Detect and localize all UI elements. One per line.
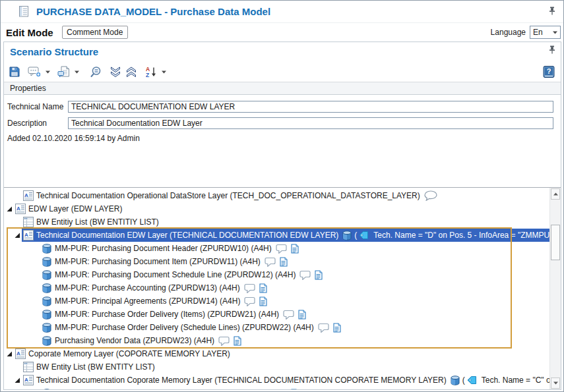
tree-row[interactable]: ACoporate Memory Layer (COPORATE MEMORY … (4, 347, 549, 360)
comment-bubble-icon[interactable] (283, 310, 294, 320)
copy-document-button[interactable] (57, 65, 71, 79)
tree-row[interactable]: Purchasing Vendor Data (ZPURDW23) (A4H) (4, 334, 549, 347)
condition-open: ( (354, 229, 357, 242)
properties-body: Technical Name Description Added 02.10.2… (4, 95, 561, 187)
expander-icon[interactable] (5, 350, 15, 357)
tree-row[interactable]: AEDW Layer (EDW LAYER) (4, 202, 549, 215)
tree-row[interactable]: BW Entitiy List (BW ENTITIY LIST) (4, 215, 549, 229)
tree-row-label: MM-PUR: Purchase Order Delivery (Items) … (55, 308, 279, 321)
tree-row[interactable]: MM-PUR: Purchase Accounting (ZPURDW13) (… (4, 281, 549, 294)
pin-icon[interactable] (549, 6, 555, 18)
document-icon[interactable] (291, 244, 299, 254)
scenario-structure-panel: Scenario Structure AZ ? Pro (3, 42, 561, 390)
tree-row[interactable]: MM-PUR: Principal Agreements (ZPURDW14) … (4, 294, 549, 308)
description-label: Description (7, 119, 68, 128)
tree-row[interactable]: ATechnical Documentation Coporate Memory… (4, 374, 549, 387)
document-icon[interactable] (298, 310, 306, 320)
technical-name-field[interactable] (68, 101, 553, 113)
tree-row[interactable]: BW Entity List (BW ENTITY LIST) (4, 360, 549, 374)
scenario-tree: ATechnical Documentation Operational Dat… (4, 187, 561, 389)
sort-dropdown[interactable] (160, 65, 168, 79)
sort-button[interactable]: AZ (144, 65, 158, 79)
document-icon[interactable] (333, 323, 341, 333)
document-icon[interactable] (234, 336, 241, 346)
double-chevron-up-icon (125, 67, 137, 77)
zoom-button[interactable] (88, 65, 103, 79)
comment-bubble-icon[interactable] (318, 323, 329, 333)
scroll-up-button[interactable] (551, 188, 560, 200)
tree-row[interactable]: ATechnical Documentation Operational Dat… (4, 189, 549, 202)
app-window: PURCHASE DATA_MODEL - Purchase Data Mode… (0, 0, 564, 392)
save-button[interactable] (7, 65, 22, 79)
expander-icon[interactable] (5, 206, 15, 212)
tree-row[interactable]: MM-PUR: Purchase Order Delivery (Items) … (4, 308, 549, 321)
document-icon[interactable] (291, 389, 299, 390)
document-icon[interactable] (259, 283, 267, 293)
expander-icon[interactable] (13, 232, 23, 238)
mode-bar: Edit Mode Comment Mode Language En (1, 23, 563, 42)
added-info: Added 02.10.2020 16:59:14 by Admin (7, 134, 561, 143)
document-icon[interactable] (259, 296, 267, 306)
svg-text:A: A (16, 206, 20, 211)
svg-text:A: A (24, 377, 28, 383)
tree-row[interactable]: MM-PUR: Purchasing Document Header (ZPUR… (4, 242, 549, 255)
tree-row-label: MM-PUR: Principal Agreements (ZPURDW14) … (55, 294, 240, 308)
comment-bubble-icon[interactable] (244, 283, 255, 293)
tree-row[interactable]: MM-PUR: Purchasing Document Schedule Lin… (4, 268, 549, 281)
expand-all-button[interactable] (108, 65, 123, 79)
tree-row[interactable]: ATechnical Documentation EDW Layer (TECH… (4, 229, 549, 242)
vertical-scrollbar[interactable] (549, 188, 561, 389)
tree-row-label: BW Entitiy List (BW ENTITIY LIST) (36, 215, 159, 229)
tree-row[interactable]: MM-PUR: Purchasing Document Header (ZPUR… (4, 387, 549, 389)
data-model-icon (19, 6, 29, 17)
svg-text:?: ? (547, 67, 551, 75)
tag-icon (359, 231, 369, 240)
tree-row-label: MM-PUR: Purchasing Document Header (ZPUR… (55, 387, 272, 389)
infoprovider-icon (42, 336, 52, 346)
language-label: Language (491, 28, 526, 37)
infoprovider-icon (42, 323, 52, 333)
collapse-all-button[interactable] (124, 65, 139, 79)
description-field[interactable] (68, 117, 553, 129)
chevron-down-icon (46, 70, 50, 74)
edit-mode-label: Edit Mode (6, 27, 53, 38)
add-comment-dropdown[interactable] (44, 65, 51, 79)
chevron-down-icon (553, 381, 558, 385)
add-comment-icon (28, 66, 42, 78)
document-icon[interactable] (315, 270, 323, 280)
condition-open: ( (462, 374, 465, 387)
comment-bubble-icon[interactable] (218, 336, 230, 346)
tree-row-label: EDW Layer (EDW LAYER) (28, 202, 122, 215)
tree-row[interactable]: MM-PUR: Purchasing Document Item (ZPURDW… (4, 255, 549, 268)
document-icon[interactable] (280, 257, 288, 267)
panel-title: Scenario Structure (10, 46, 98, 57)
expander-icon[interactable] (13, 377, 23, 383)
pin-icon[interactable] (549, 45, 555, 57)
tree-row-label: Purchasing Vendor Data (ZPURDW23) (A4H) (55, 334, 214, 347)
comment-bubble-icon[interactable] (276, 389, 287, 390)
infoprovider-icon (450, 376, 460, 385)
entity-list-icon (23, 362, 34, 372)
infoprovider-icon (42, 296, 52, 306)
comment-bubble-icon[interactable] (244, 296, 255, 306)
copy-document-dropdown[interactable] (73, 65, 80, 79)
infoarea-icon: A (23, 230, 34, 240)
language-select[interactable]: En (530, 26, 561, 39)
title-bar: PURCHASE DATA_MODEL - Purchase Data Mode… (1, 1, 563, 23)
comment-bubble-icon[interactable] (276, 244, 287, 254)
add-comment-button[interactable] (27, 65, 42, 79)
comment-bubble-icon[interactable] (265, 257, 276, 267)
chevron-down-icon (553, 31, 557, 34)
comment-bubble-icon[interactable] (424, 190, 437, 201)
comment-mode-button[interactable]: Comment Mode (62, 26, 128, 39)
help-button[interactable]: ? (542, 65, 556, 79)
properties-tab[interactable]: Properties (4, 82, 561, 95)
svg-text:A: A (24, 232, 28, 238)
tree-row-label: Technical Documentation Coporate Memory … (36, 374, 447, 387)
comment-bubble-icon[interactable] (299, 270, 311, 280)
scrollbar-thumb[interactable] (551, 225, 560, 260)
tree-row[interactable]: MM-PUR: Purchase Order Delivery (Schedul… (4, 321, 549, 334)
scroll-down-button[interactable] (551, 378, 560, 389)
tree-row-label: Technical Documentation Operational Data… (36, 189, 420, 202)
technical-name-label: Technical Name (7, 102, 68, 111)
